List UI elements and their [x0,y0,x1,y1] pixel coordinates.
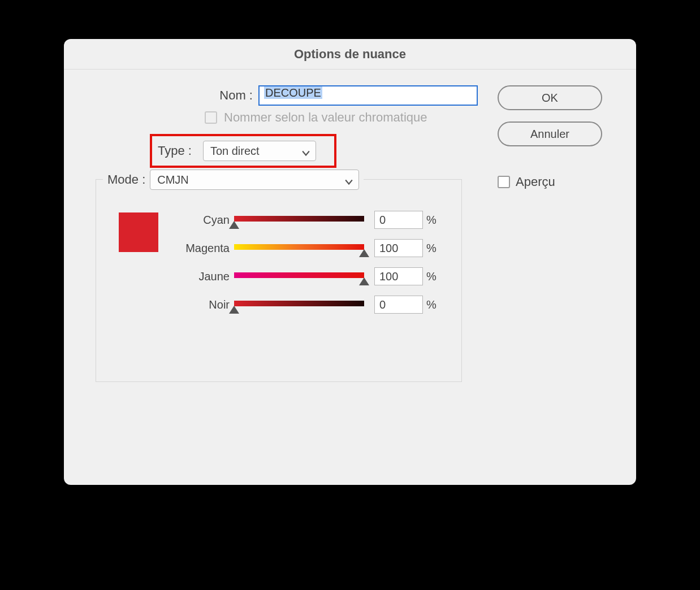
mode-legend: Mode : CMJN [103,170,364,190]
type-highlight-box: Type : Ton direct [150,134,336,168]
channel-value-field[interactable] [374,211,423,229]
form-area: Nom : DECOUPE Nommer selon la valeur chr… [89,85,479,382]
channel-unit: % [426,242,437,255]
slider-thumb-icon[interactable] [359,249,369,257]
preview-label: Aperçu [516,175,555,189]
name-by-chroma-row: Nommer selon la valeur chromatique [205,110,479,125]
dialog-button-column: OK Annuler Aperçu [498,85,602,189]
channel-slider[interactable] [234,241,364,255]
name-label: Nom : [89,88,258,103]
channel-unit: % [426,214,437,227]
mode-select-value: CMJN [157,173,189,186]
chevron-down-icon [302,147,310,155]
slider-track [234,272,364,278]
channel-label: Jaune [173,270,230,283]
mode-select[interactable]: CMJN [150,170,359,190]
channel-row-magenta: Magenta% [173,239,444,257]
channel-label: Cyan [173,214,230,227]
name-by-chroma-checkbox [205,111,217,124]
type-select[interactable]: Ton direct [203,141,316,161]
slider-track [234,216,364,222]
color-swatch [119,212,158,252]
dialog-title: Options de nuance [294,47,406,62]
channel-row-jaune: Jaune% [173,267,444,285]
ok-button[interactable]: OK [498,85,602,110]
channel-value-field[interactable] [374,267,423,285]
dialog-titlebar: Options de nuance [64,39,636,70]
type-label: Type : [158,144,197,158]
channel-row-noir: Noir% [173,296,444,314]
mode-label: Mode : [107,172,145,187]
slider-thumb-icon[interactable] [359,277,369,285]
chevron-down-icon [345,176,353,184]
name-row: Nom : DECOUPE [89,85,479,106]
preview-checkbox-row: Aperçu [498,175,602,189]
slider-track [234,244,364,250]
channel-value-field[interactable] [374,296,423,314]
channel-unit: % [426,298,437,311]
slider-thumb-icon[interactable] [229,221,239,229]
channel-sliders: Cyan%Magenta%Jaune%Noir% [173,211,444,314]
slider-thumb-icon[interactable] [229,306,239,314]
channel-label: Magenta [173,242,230,255]
channel-row-cyan: Cyan% [173,211,444,229]
type-select-value: Ton direct [210,145,260,158]
preview-checkbox[interactable] [498,176,510,188]
channel-unit: % [426,270,437,283]
mode-fieldset: Mode : CMJN Cyan%Magenta%Jaune%Noir% [96,179,462,382]
swatch-options-dialog: Options de nuance OK Annuler Aperçu Nom … [64,39,636,485]
slider-track [234,301,364,306]
channel-label: Noir [173,298,230,311]
cancel-button[interactable]: Annuler [498,122,602,146]
dialog-content: OK Annuler Aperçu Nom : DECOUPE Nommer s… [64,70,636,398]
name-by-chroma-label: Nommer selon la valeur chromatique [224,110,427,125]
channel-slider[interactable] [234,298,364,311]
name-field-value: DECOUPE [264,86,322,99]
name-field[interactable]: DECOUPE [258,85,478,106]
channel-slider[interactable] [234,213,364,227]
channel-value-field[interactable] [374,239,423,257]
channel-slider[interactable] [234,270,364,283]
